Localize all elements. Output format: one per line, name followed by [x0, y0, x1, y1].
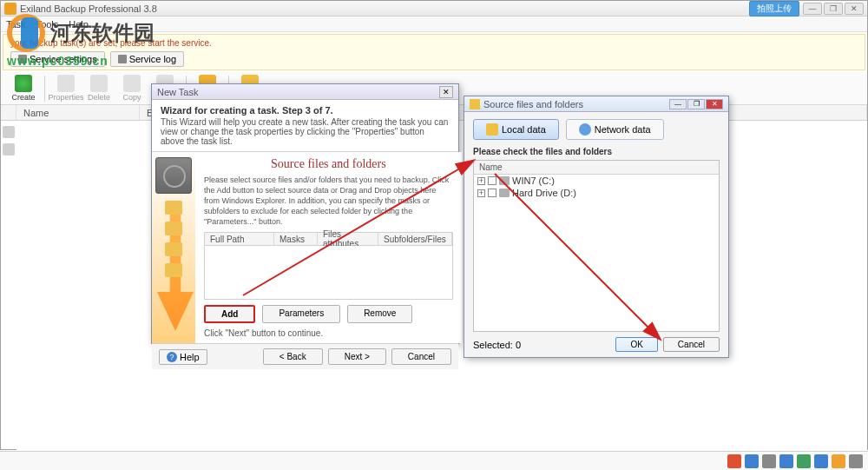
cancel-button[interactable]: Cancel — [663, 337, 720, 352]
watermark-text: 河东软件园 — [50, 19, 155, 47]
col-attrs[interactable]: Files attributes — [318, 233, 378, 245]
close-button[interactable]: ✕ — [706, 99, 723, 109]
drive-tree: Name + WIN7 (C:) + Hard Drive (D:) — [473, 160, 720, 332]
back-button[interactable]: < Back — [263, 348, 323, 365]
tab-network-data[interactable]: Network data — [566, 119, 664, 140]
tray-icon[interactable] — [762, 454, 776, 468]
expand-icon[interactable]: + — [477, 177, 485, 185]
folder-icon — [165, 222, 182, 235]
watermark: 河东软件园 www.pc0359.cn — [7, 14, 155, 68]
next-button[interactable]: Next > — [328, 348, 386, 365]
section-title: Source files and folders — [204, 157, 453, 171]
tray-icon[interactable] — [849, 454, 863, 468]
properties-icon — [57, 75, 75, 92]
add-button[interactable]: Add — [204, 305, 255, 323]
copy-icon — [123, 75, 141, 92]
tab-local-data[interactable]: Local data — [473, 119, 559, 140]
system-taskbar — [0, 451, 868, 470]
watermark-logo-icon — [7, 14, 45, 52]
source-tabs: Local data Network data — [464, 112, 728, 147]
wizard-step-title: Wizard for creating a task. Step 3 of 7. — [161, 105, 450, 116]
wizard-step-desc: This Wizard will help you create a new t… — [161, 117, 450, 146]
folder-icon — [165, 263, 182, 277]
app-title: Exiland Backup Professional 3.8 — [20, 3, 749, 14]
drive-label: Hard Drive (D:) — [512, 188, 576, 198]
plus-icon — [15, 75, 32, 92]
checkbox[interactable] — [488, 176, 496, 185]
network-icon — [579, 123, 591, 136]
maximize-button[interactable]: ❐ — [687, 99, 705, 109]
sidebar-icon-1[interactable] — [3, 126, 15, 138]
instruction-text: Please select source files and/or folder… — [204, 175, 453, 227]
sidebar — [1, 121, 16, 451]
col-fullpath[interactable]: Full Path — [205, 233, 274, 245]
parameters-button[interactable]: Parameters — [262, 305, 340, 323]
source-dialog-titlebar: Source files and folders — ❐ ✕ — [464, 96, 728, 112]
folder-icon — [470, 99, 480, 109]
tray-icon[interactable] — [832, 454, 845, 468]
tray-icon[interactable] — [797, 454, 811, 468]
folder-icon — [165, 201, 182, 215]
watermark-url: www.pc0359.cn — [7, 54, 155, 68]
dialog-title: New Task — [157, 87, 439, 97]
source-grid-body[interactable] — [204, 246, 453, 300]
cancel-button[interactable]: Cancel — [391, 348, 451, 365]
sidebar-icon-2[interactable] — [3, 143, 15, 156]
col-name[interactable]: Name — [16, 105, 140, 120]
minimize-button[interactable]: — — [669, 99, 687, 109]
new-task-dialog: New Task ✕ Wizard for creating a task. S… — [151, 83, 459, 344]
selected-count: Selected: 0 — [473, 340, 521, 350]
drive-icon — [499, 189, 510, 197]
source-files-dialog: Source files and folders — ❐ ✕ Local dat… — [464, 96, 729, 358]
close-button[interactable]: ✕ — [845, 3, 864, 15]
dialog-close-button[interactable]: ✕ — [439, 86, 453, 98]
remove-button[interactable]: Remove — [347, 305, 412, 323]
col-subfolders[interactable]: Subfolders/Files — [378, 233, 452, 245]
copy-button[interactable]: Copy — [116, 75, 148, 102]
check-label: Please check the files and folders — [464, 147, 728, 160]
upload-button[interactable]: 拍照上传 — [749, 1, 799, 17]
tray-icon[interactable] — [745, 454, 759, 468]
maximize-button[interactable]: ❐ — [824, 3, 843, 15]
dialog-titlebar: New Task ✕ — [152, 84, 458, 100]
source-dialog-footer: Selected: 0 OK Cancel — [464, 332, 728, 357]
source-dialog-title: Source files and folders — [483, 99, 669, 109]
hint-text: Click "Next" button to continue. — [204, 328, 453, 338]
minimize-button[interactable]: — — [803, 3, 822, 15]
drive-label: WIN7 (C:) — [512, 175, 555, 186]
delete-button[interactable]: Delete — [83, 75, 115, 102]
wizard-sidebar — [152, 152, 195, 343]
ok-button[interactable]: OK — [615, 337, 657, 352]
help-button[interactable]: ?Help — [159, 349, 207, 365]
wizard-footer: ?Help < Back Next > Cancel — [152, 343, 458, 369]
folder-icon — [165, 242, 182, 256]
wizard-header: Wizard for creating a task. Step 3 of 7.… — [152, 100, 458, 152]
drive-icon — [499, 176, 510, 185]
checkbox[interactable] — [488, 189, 496, 197]
tray-icon[interactable] — [727, 454, 741, 468]
properties-button[interactable]: Properties — [50, 75, 82, 102]
expand-icon[interactable]: + — [477, 189, 485, 197]
create-button[interactable]: Create — [8, 75, 39, 102]
tree-item-drive-c[interactable]: + WIN7 (C:) — [474, 175, 719, 187]
tree-header-name[interactable]: Name — [474, 161, 719, 175]
col-masks[interactable]: Masks — [274, 233, 318, 245]
tray-icon[interactable] — [814, 454, 828, 468]
tray-icon[interactable] — [779, 454, 793, 468]
source-grid-header: Full Path Masks Files attributes Subfold… — [204, 232, 453, 246]
help-icon: ? — [167, 352, 177, 362]
folder-icon — [486, 123, 498, 136]
delete-icon — [90, 75, 108, 92]
tree-item-drive-d[interactable]: + Hard Drive (D:) — [474, 187, 719, 199]
safe-icon — [155, 157, 192, 194]
app-icon — [4, 3, 16, 15]
